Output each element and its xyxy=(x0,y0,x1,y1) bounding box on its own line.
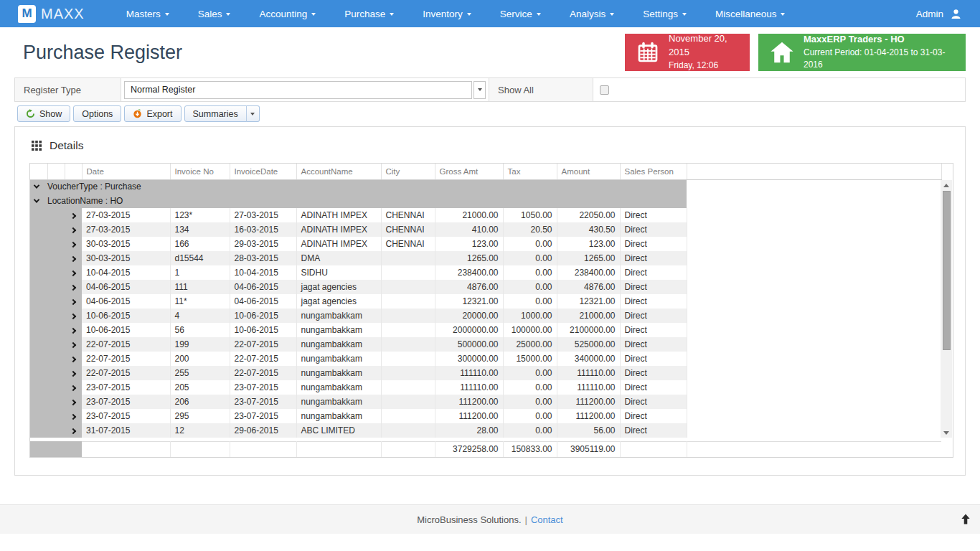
row-expand-icon[interactable] xyxy=(65,208,82,222)
menu-miscellaneous[interactable]: Miscellaneous xyxy=(701,0,800,27)
menu-service[interactable]: Service xyxy=(486,0,555,27)
cell-date: 10-06-2015 xyxy=(82,323,170,337)
collapse-group-icon[interactable] xyxy=(34,197,39,202)
chevron-down-icon xyxy=(250,113,255,116)
cell-invoice-date: 23-07-2015 xyxy=(230,395,296,409)
cell-sales-person: Direct xyxy=(620,265,687,280)
table-row: 27-03-2015 123* 27-03-2015 ADINATH IMPEX… xyxy=(30,208,941,222)
row-expand-icon[interactable] xyxy=(65,294,82,309)
menu-inventory[interactable]: Inventory xyxy=(408,0,486,27)
scroll-up-arrow-icon[interactable] xyxy=(941,180,952,190)
cell-invoice-no: 255 xyxy=(170,366,230,380)
cell-amount: 111110.00 xyxy=(557,380,620,395)
show-all-checkbox[interactable] xyxy=(600,85,609,95)
row-expand-icon[interactable] xyxy=(65,237,82,251)
scroll-down-arrow-icon[interactable] xyxy=(941,428,952,438)
column-header-tax[interactable]: Tax xyxy=(503,164,557,179)
row-expand-icon[interactable] xyxy=(65,251,82,265)
cell-amount: 4876.00 xyxy=(557,280,620,294)
menu-sales[interactable]: Sales xyxy=(184,0,245,27)
column-header-amount[interactable]: Amount xyxy=(557,164,620,179)
menu-settings[interactable]: Settings xyxy=(628,0,701,27)
menu-masters[interactable]: Masters xyxy=(112,0,184,27)
scrollbar-thumb[interactable] xyxy=(943,191,951,350)
cell-invoice-no: 11* xyxy=(170,294,230,309)
row-expand-icon[interactable] xyxy=(65,222,82,237)
cell-city xyxy=(381,280,435,294)
scroll-to-top-icon[interactable] xyxy=(961,514,971,524)
cell-date: 27-03-2015 xyxy=(82,208,170,222)
table-row: 30-03-2015 d15544 28-03-2015 DMA 1265.00… xyxy=(30,251,941,265)
row-expand-icon[interactable] xyxy=(65,265,82,280)
app-logo[interactable]: M MAXX xyxy=(0,5,85,23)
row-expand-icon[interactable] xyxy=(65,423,82,438)
cell-account-name: ADINATH IMPEX xyxy=(296,208,381,222)
show-all-checkbox-area xyxy=(593,78,965,101)
table-row: 22-07-2015 255 22-07-2015 nungambakkam 1… xyxy=(30,366,941,380)
cell-tax: 0.00 xyxy=(503,251,557,265)
home-icon xyxy=(770,41,794,64)
register-type-select[interactable]: Normal Register xyxy=(124,81,472,99)
column-header-city[interactable]: City xyxy=(381,164,435,179)
row-expand-icon[interactable] xyxy=(65,280,82,294)
chevron-down-icon xyxy=(610,13,614,16)
column-header-invoice-date[interactable]: InvoiceDate xyxy=(230,164,296,179)
vertical-scrollbar[interactable] xyxy=(941,180,952,438)
cell-gross-amt: 300000.00 xyxy=(435,352,503,366)
chevron-down-icon xyxy=(165,13,169,16)
cell-date: 10-04-2015 xyxy=(82,265,170,280)
menu-analysis[interactable]: Analysis xyxy=(555,0,628,27)
cell-city xyxy=(381,409,435,423)
cell-invoice-no: 166 xyxy=(170,237,230,251)
collapse-group-icon[interactable] xyxy=(34,183,39,189)
cell-tax: 0.00 xyxy=(503,294,557,309)
contact-link[interactable]: Contact xyxy=(531,514,563,525)
column-header-invoice-no[interactable]: Invoice No xyxy=(170,164,230,179)
cell-amount: 111110.00 xyxy=(557,366,620,380)
current-day-time: Friday, 12:06 xyxy=(669,60,738,72)
column-header-date[interactable]: Date xyxy=(82,164,170,179)
cell-invoice-date: 10-06-2015 xyxy=(230,323,296,337)
cell-date: 27-03-2015 xyxy=(82,222,170,237)
summaries-dropdown-button[interactable] xyxy=(246,105,260,122)
column-header-account-name[interactable]: AccountName xyxy=(296,164,381,179)
table-row: 22-07-2015 200 22-07-2015 nungambakkam 3… xyxy=(30,352,941,366)
cell-invoice-no: 1 xyxy=(170,265,230,280)
row-expand-icon[interactable] xyxy=(65,337,82,352)
cell-account-name: nungambakkam xyxy=(296,366,381,380)
export-icon xyxy=(133,109,142,118)
row-expand-icon[interactable] xyxy=(65,395,82,409)
cell-city xyxy=(381,423,435,438)
chevron-down-icon xyxy=(682,13,687,16)
row-expand-icon[interactable] xyxy=(65,380,82,395)
purchase-register-grid: Date Invoice No InvoiceDate AccountName … xyxy=(29,163,953,458)
admin-user-menu[interactable]: Admin xyxy=(916,9,980,19)
cell-account-name: nungambakkam xyxy=(296,337,381,352)
chevron-down-icon xyxy=(478,88,482,91)
row-expand-icon[interactable] xyxy=(65,366,82,380)
row-expand-icon[interactable] xyxy=(65,352,82,366)
cell-tax: 0.00 xyxy=(503,366,557,380)
menu-accounting[interactable]: Accounting xyxy=(245,0,330,27)
cell-date: 30-03-2015 xyxy=(82,237,170,251)
export-button[interactable]: Export xyxy=(124,105,181,122)
current-date: November 20, 2015 xyxy=(669,32,738,60)
cell-account-name: SIDHU xyxy=(296,265,381,280)
column-header-sales-person[interactable]: Sales Person xyxy=(620,164,687,179)
group-label-location: LocationName : HO xyxy=(47,196,123,206)
row-expand-icon[interactable] xyxy=(65,323,82,337)
cell-date: 04-06-2015 xyxy=(82,294,170,309)
column-header-gross-amt[interactable]: Gross Amt xyxy=(435,164,503,179)
row-expand-icon[interactable] xyxy=(65,409,82,423)
show-button[interactable]: Show xyxy=(17,105,70,122)
chevron-down-icon xyxy=(467,13,471,16)
cell-invoice-no: d15544 xyxy=(170,251,230,265)
register-type-dropdown-button[interactable] xyxy=(473,81,486,99)
summaries-button[interactable]: Summaries xyxy=(184,105,247,122)
options-button[interactable]: Options xyxy=(73,105,121,122)
cell-tax: 0.00 xyxy=(503,280,557,294)
row-expand-icon[interactable] xyxy=(65,309,82,323)
group-label-voucher-type: VoucherType : Purchase xyxy=(47,182,141,192)
menu-purchase[interactable]: Purchase xyxy=(330,0,408,27)
cell-city xyxy=(381,309,435,323)
